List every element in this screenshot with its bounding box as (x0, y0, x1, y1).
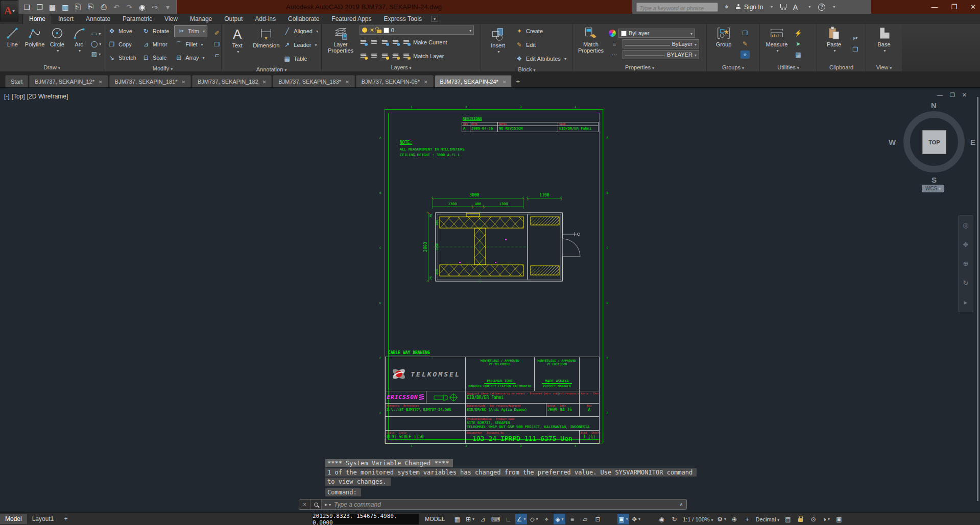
make-current-icon[interactable] (402, 39, 410, 45)
save-to-web-icon[interactable]: ⎘ (85, 2, 96, 13)
viewport-menu-control[interactable]: [-] (4, 93, 10, 100)
edit-block-button[interactable]: ✎Edit (515, 39, 566, 51)
object-snap-tracking-icon[interactable]: ⌖ (541, 514, 553, 524)
annotation-visibility-icon[interactable]: ◉ (656, 514, 667, 524)
transparency-icon[interactable]: ▱ (579, 514, 591, 524)
gizmo-icon[interactable]: ✥ (630, 514, 642, 524)
viewcube-south[interactable]: S (931, 176, 937, 184)
ribbon-tab-home[interactable]: Home (22, 14, 52, 24)
isometric-drafting-icon[interactable]: ◇ (528, 514, 540, 524)
ribbon-tab-parametric[interactable]: Parametric (116, 14, 158, 24)
help-icon[interactable]: ? (818, 4, 825, 11)
file-tab-sekapin-181[interactable]: BJM737, SEKAPIN_181* (109, 75, 191, 87)
nav-pan-icon[interactable]: ✥ (963, 241, 969, 248)
autodesk-app-icon[interactable]: A (790, 2, 801, 13)
measure-button[interactable]: Measure (763, 26, 791, 62)
plot-preview-icon[interactable]: ◉ (137, 2, 148, 13)
text-button[interactable]: A Text (225, 27, 250, 63)
layer-freeze-button-icon[interactable] (381, 39, 389, 45)
lineweight-display-icon[interactable]: ≡ (566, 514, 578, 524)
layer-unisolate-icon[interactable] (370, 39, 378, 45)
application-menu-button[interactable]: A▾ (0, 0, 18, 21)
ribbon-display-toggle-icon[interactable] (431, 16, 438, 22)
isolate-objects-icon[interactable]: ⊙ (807, 514, 819, 524)
viewcube-east[interactable]: E (970, 138, 975, 146)
nav-motion-icon[interactable]: ▸ (964, 298, 968, 306)
arc-button[interactable]: Arc (69, 26, 88, 62)
panel-label-clipboard[interactable]: Clipboard (817, 64, 866, 72)
open-file-icon[interactable]: ❒ (34, 2, 45, 13)
help-dropdown-icon[interactable] (828, 2, 840, 13)
grid-icon[interactable]: ▦ (451, 514, 463, 524)
copy-button[interactable]: ❐Copy (107, 38, 136, 51)
lock-ui-icon[interactable] (795, 514, 806, 524)
viewcube-top-face[interactable]: TOP (922, 130, 946, 154)
layer-on-icon[interactable] (362, 28, 367, 33)
layer-lock-button-icon[interactable] (392, 39, 399, 45)
layer-unlock-icon[interactable] (392, 53, 399, 59)
ribbon-tab-annotate[interactable]: Annotate (80, 14, 116, 24)
quick-calculator-icon[interactable]: ▦ (794, 51, 803, 59)
select-objects-icon[interactable]: ➤ (794, 40, 803, 48)
nav-zoom-icon[interactable]: ⊕ (963, 260, 969, 267)
new-drawing-tab-button[interactable]: + (516, 78, 520, 85)
aligned-dimension-button[interactable]: ╱Aligned (282, 25, 318, 37)
match-properties-button[interactable]: Match Properties (576, 26, 606, 62)
layer-off-icon[interactable] (360, 53, 367, 59)
polar-tracking-icon[interactable]: ∠ (515, 514, 527, 524)
viewport-view-control[interactable]: [Top] (12, 93, 25, 100)
graphics-performance-icon[interactable]: ◑ (820, 514, 832, 524)
layer-dropdown-arrow-icon[interactable] (469, 27, 471, 33)
annotation-scale-control[interactable]: 1:1 / 100% (681, 516, 715, 522)
close-button[interactable]: ✕ (970, 3, 976, 11)
scale-button[interactable]: ⊡Scale (141, 52, 169, 64)
new-layout-button[interactable]: + (59, 514, 73, 524)
layer-thaw-icon[interactable] (370, 53, 378, 59)
fillet-button[interactable]: ⌒Fillet (174, 38, 207, 51)
panel-label-draw[interactable]: Draw (0, 64, 104, 72)
workspace-switching-icon[interactable]: ⚙ (716, 514, 728, 524)
restore-button[interactable]: ❐ (951, 3, 957, 11)
ribbon-tab-addins[interactable]: Add-ins (249, 14, 282, 24)
undo-icon[interactable]: ↶ (111, 2, 122, 13)
create-block-button[interactable]: ✦Create (515, 25, 566, 37)
file-tab-sekapin-12[interactable]: BJM737, SEKAPIN_12* (29, 75, 108, 87)
viewcube-north[interactable]: N (931, 101, 937, 110)
canvas-scrollbar[interactable] (977, 97, 978, 501)
open-from-web-icon[interactable]: ⎗ (73, 2, 83, 13)
erase-icon[interactable]: ✐ (212, 29, 222, 37)
match-layer-icon[interactable] (402, 53, 410, 59)
help-search-box[interactable] (636, 3, 718, 12)
panel-label-properties[interactable]: Properties (573, 64, 706, 72)
layer-freeze-icon[interactable]: ☀ (369, 27, 375, 34)
search-binoculars-icon[interactable]: ⌖ (721, 2, 732, 13)
group-selection-icon[interactable]: ⌖ (740, 51, 750, 59)
search-input[interactable] (637, 4, 718, 12)
offset-icon[interactable]: ⊂ (212, 52, 222, 60)
publish-icon[interactable]: ⇨ (150, 2, 160, 13)
share-dropdown-icon[interactable] (804, 2, 815, 13)
line-button[interactable]: Line (3, 26, 22, 62)
object-color-dropdown[interactable]: ByLayer (618, 29, 695, 38)
quick-select-icon[interactable]: ⚡ (794, 29, 803, 37)
selection-cycling-icon[interactable]: ⊡ (592, 514, 604, 524)
redo-icon[interactable]: ↷ (124, 2, 135, 13)
viewport-close-icon[interactable]: ✕ (962, 92, 967, 98)
group-button[interactable]: Group (710, 26, 737, 62)
array-button[interactable]: ⊞Array (174, 52, 207, 64)
layer-color-swatch[interactable] (384, 28, 389, 33)
save-icon[interactable]: ▤ (47, 2, 58, 13)
trim-button[interactable]: ✂Trim (174, 25, 207, 37)
new-file-icon[interactable]: ❏ (21, 2, 32, 13)
sign-in-button[interactable]: Sign In (744, 4, 763, 11)
dimension-button[interactable]: Dimension (253, 27, 279, 63)
panel-label-layers[interactable]: Layers (322, 64, 481, 72)
hatch-icon[interactable]: ▨ (91, 50, 101, 58)
ribbon-tab-insert[interactable]: Insert (52, 14, 80, 24)
qat-overflow-icon[interactable]: ▾ (162, 2, 173, 13)
clean-screen-icon[interactable]: ▣ (833, 514, 845, 524)
wcs-dropdown[interactable]: WCS (922, 185, 944, 192)
units-control[interactable]: Decimal (754, 516, 781, 522)
object-snap-icon[interactable]: ◈ (554, 514, 565, 524)
save-as-icon[interactable]: ▥ (60, 2, 70, 13)
